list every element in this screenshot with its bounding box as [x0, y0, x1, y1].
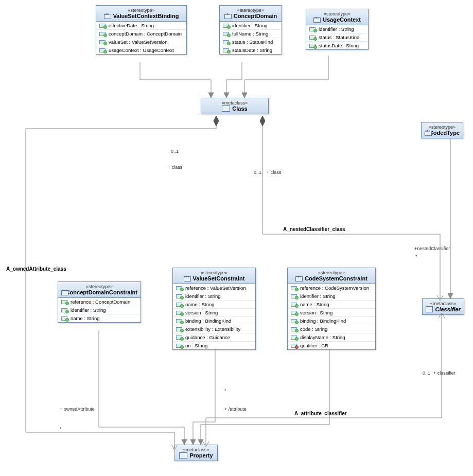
- stereotype-label: «stereotype»: [61, 284, 137, 289]
- property-icon: [99, 48, 107, 53]
- attribute: identifier : String: [306, 25, 368, 33]
- attribute: conceptDomain : ConceptDomain: [96, 29, 186, 38]
- property-icon: [223, 48, 230, 53]
- multiplicity-label: *: [60, 426, 62, 431]
- multiplicity-label: 0..1: [254, 170, 261, 175]
- property-icon: [223, 23, 230, 28]
- stereotype-label: «stereotype»: [99, 8, 183, 13]
- class-conceptDomainConstraint[interactable]: «stereotype» ConceptDomainConstraint ref…: [58, 281, 141, 323]
- attribute: code : String: [288, 325, 375, 333]
- property-icon: [176, 335, 183, 340]
- svg-marker-8: [198, 439, 203, 445]
- role-label: + /attribute: [224, 407, 247, 412]
- class-header: «metaclass» Class: [201, 98, 268, 114]
- class-header: «metaclass» Property: [175, 445, 217, 461]
- attribute: guidance : Guidance: [173, 333, 255, 341]
- attribute: name : String: [58, 314, 141, 322]
- stereotype-label: «metaclass»: [204, 100, 265, 105]
- svg-marker-6: [182, 439, 187, 445]
- attribute: identifier : String: [220, 22, 282, 29]
- attribute: extensibility : Extensibility: [173, 325, 255, 333]
- property-icon: [176, 294, 183, 299]
- stereotype-icon: [224, 13, 232, 19]
- class-name: ValueSetContextBinding: [99, 13, 183, 19]
- attribute: binding : BindingKind: [173, 316, 255, 325]
- attribute: valueSet : ValueSetVersion: [96, 38, 186, 46]
- attribute: usageContext : UsageContext: [96, 46, 186, 54]
- property-icon: [291, 294, 298, 299]
- svg-marker-4: [260, 116, 265, 126]
- attribute: effectiveDate : String: [96, 22, 186, 29]
- attribute: name : String: [173, 300, 255, 308]
- attribute: name : String: [288, 300, 375, 308]
- class-valueSetConstraint[interactable]: «stereotype» ValueSetConstraint referenc…: [172, 268, 256, 350]
- property-icon: [61, 299, 68, 305]
- property-icon: [99, 23, 107, 28]
- property-icon: [291, 302, 298, 307]
- class-name: ValueSetConstraint: [176, 275, 252, 281]
- multiplicity-label: *: [224, 388, 226, 393]
- attribute: identifier : String: [173, 292, 255, 300]
- svg-marker-3: [214, 116, 219, 126]
- property-icon: [223, 31, 230, 37]
- class-classMeta[interactable]: «metaclass» Class: [201, 98, 269, 114]
- attributes-list: effectiveDate : String conceptDomain : C…: [96, 22, 186, 54]
- attribute: status : StatusKind: [220, 38, 282, 46]
- class-codeSystemConstraint[interactable]: «stereotype» CodeSystemConstraint refere…: [287, 268, 376, 350]
- class-header: «stereotype» CodedType: [422, 122, 463, 138]
- attribute: identifier : String: [288, 292, 375, 300]
- property-icon: [61, 308, 68, 313]
- class-header: «stereotype» ValueSetContextBinding: [96, 6, 186, 22]
- multiplicity-label: 0..1: [423, 371, 430, 376]
- class-header: «stereotype» CodeSystemConstraint: [288, 268, 375, 284]
- property-icon: [309, 43, 317, 48]
- association-label: A_ownedAttribute_class: [6, 266, 66, 272]
- attribute: fullName : String: [220, 29, 282, 38]
- connectors-svg: [0, 0, 473, 476]
- svg-marker-7: [190, 439, 196, 445]
- stereotype-label: «metaclass»: [178, 447, 214, 452]
- class-header: «stereotype» ConceptDomain: [220, 6, 282, 22]
- svg-marker-1: [224, 93, 229, 98]
- stereotype-icon: [104, 13, 111, 19]
- class-header: «stereotype» ValueSetConstraint: [173, 268, 255, 284]
- property-icon: [309, 35, 317, 40]
- role-label: + ownedAttribute: [60, 407, 95, 412]
- attributes-list: reference : CodeSystemVersion identifier…: [288, 284, 375, 349]
- property-icon: [223, 40, 230, 45]
- class-name: CodeSystemConstraint: [291, 275, 372, 281]
- attribute: version : String: [173, 308, 255, 316]
- class-valueSetContextBinding[interactable]: «stereotype» ValueSetContextBinding effe…: [96, 5, 187, 55]
- class-name: ConceptDomain: [223, 13, 278, 19]
- stereotype-label: «metaclass»: [426, 301, 461, 306]
- attributes-list: identifier : String fullName : String st…: [220, 22, 282, 54]
- property-icon: [291, 335, 298, 340]
- stereotype-icon: [425, 130, 427, 136]
- attribute: status : StatusKind: [306, 33, 368, 41]
- multiplicity-label: *: [415, 254, 417, 259]
- attribute: statusDate : String: [220, 46, 282, 54]
- class-header: «stereotype» ConceptDomainConstraint: [58, 282, 141, 298]
- class-header: «metaclass» Classifier: [423, 299, 464, 314]
- class-conceptDomain[interactable]: «stereotype» ConceptDomain identifier : …: [219, 5, 282, 55]
- property-icon: [99, 31, 107, 37]
- class-property[interactable]: «metaclass» Property: [174, 445, 218, 461]
- attribute: reference : ValueSetVersion: [173, 284, 255, 292]
- class-classifier[interactable]: «metaclass» Classifier: [422, 298, 464, 315]
- role-label: + class: [168, 165, 182, 170]
- class-name: CodedType: [425, 130, 460, 136]
- stereotype-icon: [61, 289, 64, 295]
- svg-marker-0: [208, 93, 214, 98]
- attribute: displayName : String: [288, 333, 375, 341]
- class-codedType[interactable]: «stereotype» CodedType: [421, 122, 463, 138]
- association-label: A_nestedClassifier_class: [283, 226, 345, 232]
- class-name: UsageContext: [309, 16, 365, 23]
- property-icon: [61, 316, 68, 321]
- attributes-list: identifier : String status : StatusKind …: [306, 25, 368, 49]
- attribute: version : String: [288, 308, 375, 316]
- property-icon: [176, 343, 183, 348]
- property-icon: [291, 327, 298, 332]
- class-usageContext[interactable]: «stereotype» UsageContext identifier : S…: [306, 9, 369, 50]
- property-icon: [176, 310, 183, 315]
- attributes-list: reference : ValueSetVersion identifier :…: [173, 284, 255, 349]
